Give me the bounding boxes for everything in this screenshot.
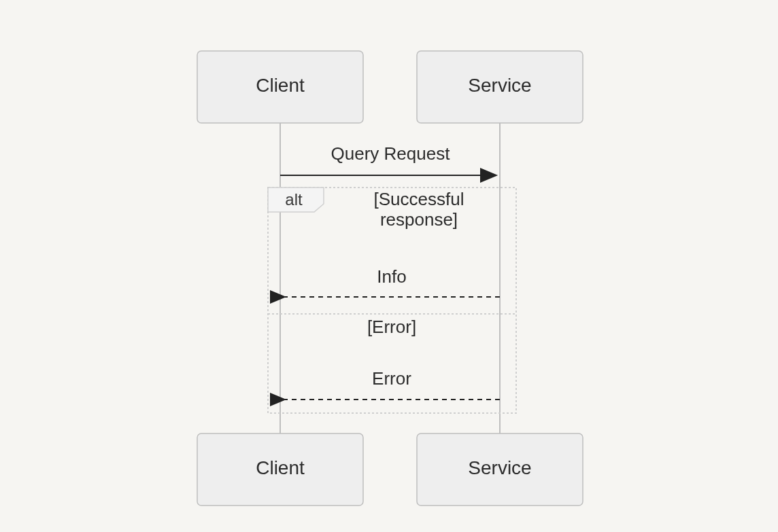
alt-label: alt (285, 190, 303, 209)
service-participant-bottom: Service (417, 433, 583, 506)
request-message-label: Query Request (331, 143, 451, 164)
service-participant-top: Service (417, 51, 583, 123)
client-label-top: Client (256, 75, 305, 96)
client-participant-bottom: Client (197, 433, 363, 506)
service-label-top: Service (468, 75, 531, 96)
sequence-diagram: Client Service Query Request alt [Succes… (0, 0, 778, 532)
alt-condition-1-line1: [Successful (374, 189, 464, 209)
client-participant-top: Client (197, 51, 363, 123)
error-message-label: Error (372, 368, 411, 389)
service-label-bottom: Service (468, 457, 531, 478)
alt-condition-1-line2: response] (380, 209, 458, 230)
alt-condition-2: [Error] (367, 317, 416, 337)
info-message-label: Info (377, 266, 406, 287)
client-label-bottom: Client (256, 457, 305, 478)
